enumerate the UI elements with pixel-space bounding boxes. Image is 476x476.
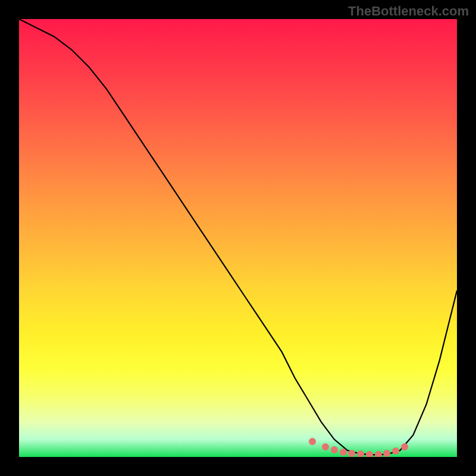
optimal-dot xyxy=(357,450,364,457)
optimal-range-dots xyxy=(19,19,457,457)
optimal-dot xyxy=(309,438,316,445)
watermark-text: TheBottleneck.com xyxy=(348,4,469,19)
optimal-dot xyxy=(375,451,382,457)
optimal-dot xyxy=(348,450,355,457)
optimal-dot xyxy=(340,449,347,456)
optimal-dot xyxy=(401,443,408,450)
plot-area xyxy=(19,19,457,457)
optimal-dot xyxy=(331,446,338,453)
optimal-dot xyxy=(366,451,373,457)
optimal-dot xyxy=(322,443,329,450)
optimal-dot xyxy=(383,450,390,457)
optimal-dot xyxy=(392,447,399,455)
